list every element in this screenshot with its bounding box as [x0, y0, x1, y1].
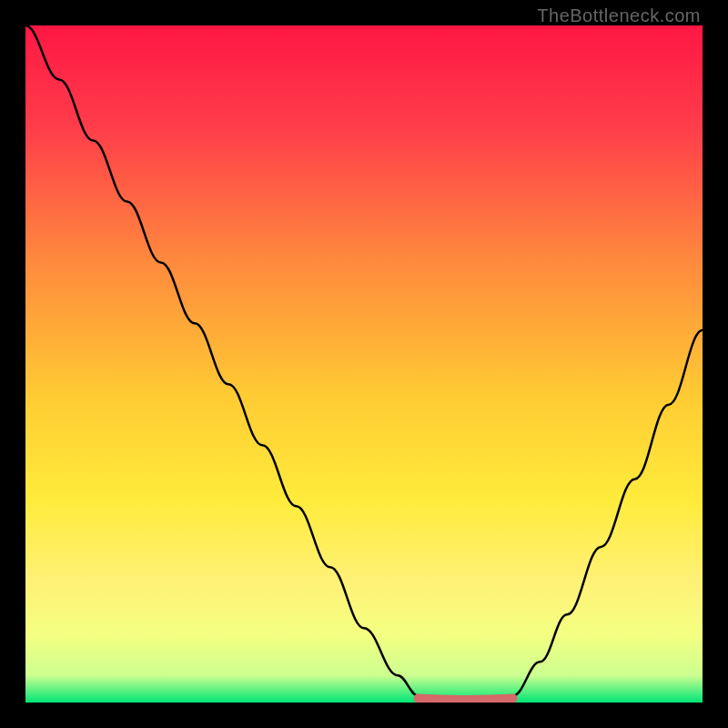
curve-overlay [25, 25, 703, 703]
chart-area [25, 25, 703, 703]
optimal-region-marker [419, 699, 513, 701]
watermark-text: TheBottleneck.com [537, 5, 701, 26]
bottleneck-curve-line [25, 25, 703, 703]
